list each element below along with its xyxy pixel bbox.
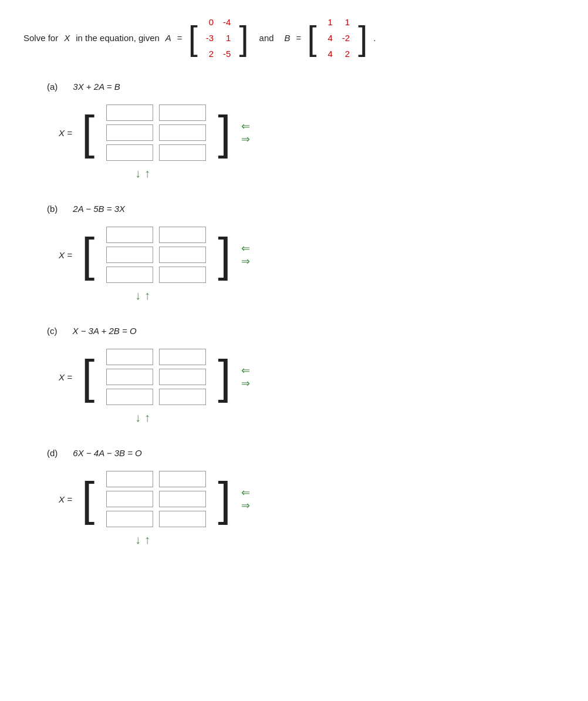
part-d-r0c1-input[interactable] bbox=[159, 471, 206, 487]
part-d-r2c0-input[interactable] bbox=[106, 511, 153, 527]
part-a-r1c1-input[interactable] bbox=[159, 124, 206, 141]
part-c-r1c0-input[interactable] bbox=[106, 369, 153, 385]
part-b-answer-row: X = [ ] ⇐ ⇒ bbox=[59, 223, 565, 287]
mb-r0c1: 1 bbox=[342, 14, 350, 30]
part-d-r0c0-input[interactable] bbox=[106, 471, 153, 487]
part-d-x-equals: X = bbox=[59, 494, 72, 504]
part-c-arrow-up[interactable]: ↑ bbox=[144, 411, 150, 424]
ma-r1c1: 1 bbox=[223, 30, 231, 46]
part-c-bottom-arrows: ↓ ↑ bbox=[135, 411, 565, 424]
part-b-bottom-arrows: ↓ ↑ bbox=[135, 289, 565, 302]
part-d-arrow-down[interactable]: ↓ bbox=[135, 533, 141, 547]
part-a-bottom-arrows: ↓ ↑ bbox=[135, 167, 565, 180]
part-d-side-arrows: ⇐ ⇒ bbox=[241, 487, 250, 511]
a-var: A bbox=[165, 33, 171, 43]
part-b-arrow-right[interactable]: ⇒ bbox=[241, 256, 250, 267]
matrix-a-bracket-left: [ bbox=[188, 21, 198, 55]
intro-text: Solve for bbox=[23, 33, 58, 43]
part-c-section: (c) X − 3A + 2B = O X = [ ] ⇐ ⇒ ↓ ↑ bbox=[23, 326, 565, 424]
part-c-arrow-right[interactable]: ⇒ bbox=[241, 378, 250, 389]
part-a-arrow-down[interactable]: ↓ bbox=[135, 167, 141, 180]
part-d-section: (d) 6X − 4A − 3B = O X = [ ] ⇐ ⇒ ↓ ↑ bbox=[23, 448, 565, 547]
part-c-arrow-down[interactable]: ↓ bbox=[135, 411, 141, 424]
part-c-x-equals: X = bbox=[59, 372, 72, 382]
part-a-bracket-right: ] bbox=[218, 113, 231, 153]
part-a-arrow-up[interactable]: ↑ bbox=[144, 167, 150, 180]
ma-r0c1: -4 bbox=[223, 14, 231, 30]
part-d-arrow-right[interactable]: ⇒ bbox=[241, 500, 250, 511]
mb-r2c0: 4 bbox=[325, 46, 333, 62]
part-b-label: (b) bbox=[47, 204, 58, 214]
part-c-equation: X − 3A + 2B = O bbox=[73, 326, 137, 336]
part-d-arrow-up[interactable]: ↑ bbox=[144, 533, 150, 547]
part-a-r0c1-input[interactable] bbox=[159, 105, 206, 121]
part-a-arrow-right[interactable]: ⇒ bbox=[241, 134, 250, 144]
part-b-r1c1-input[interactable] bbox=[159, 247, 206, 263]
part-a-r2c1-input[interactable] bbox=[159, 144, 206, 161]
part-a-r2c0-input[interactable] bbox=[106, 144, 153, 161]
mb-r0c0: 1 bbox=[325, 14, 333, 30]
part-d-label-row: (d) 6X − 4A − 3B = O bbox=[23, 448, 565, 458]
part-c-label-row: (c) X − 3A + 2B = O bbox=[23, 326, 565, 336]
part-a-input-grid bbox=[102, 101, 211, 164]
part-b-label-row: (b) 2A − 5B = 3X bbox=[23, 204, 565, 214]
part-b-arrow-up[interactable]: ↑ bbox=[144, 289, 150, 302]
b-var: B bbox=[285, 33, 290, 43]
part-b-r2c0-input[interactable] bbox=[106, 267, 153, 283]
part-c-label: (c) bbox=[47, 326, 58, 336]
part-a-r1c0-input[interactable] bbox=[106, 124, 153, 141]
part-d-input-grid bbox=[102, 467, 211, 531]
part-a-x-equals: X = bbox=[59, 128, 72, 138]
part-d-r2c1-input[interactable] bbox=[159, 511, 206, 527]
part-b-section: (b) 2A − 5B = 3X X = [ ] ⇐ ⇒ ↓ ↑ bbox=[23, 204, 565, 302]
x-var: X bbox=[64, 33, 70, 43]
matrix-a-bracket-right: ] bbox=[239, 21, 248, 55]
part-c-arrow-left[interactable]: ⇐ bbox=[241, 365, 250, 376]
matrix-b-bracket-right: ] bbox=[358, 21, 367, 55]
and-text: and bbox=[259, 33, 274, 43]
part-d-bracket-left: [ bbox=[82, 479, 94, 519]
part-b-r0c1-input[interactable] bbox=[159, 227, 206, 243]
part-a-arrow-left[interactable]: ⇐ bbox=[241, 121, 250, 132]
part-d-bracket-right: ] bbox=[218, 479, 231, 519]
part-a-side-arrows: ⇐ ⇒ bbox=[241, 121, 250, 144]
mb-r1c0: 4 bbox=[325, 30, 333, 46]
part-a-equation: 3X + 2A = B bbox=[73, 82, 120, 92]
part-c-r0c0-input[interactable] bbox=[106, 349, 153, 365]
part-d-arrow-left[interactable]: ⇐ bbox=[241, 487, 250, 498]
part-b-arrow-left[interactable]: ⇐ bbox=[241, 243, 250, 254]
part-b-r1c0-input[interactable] bbox=[106, 247, 153, 263]
part-c-input-grid bbox=[102, 345, 211, 409]
ma-r1c0: -3 bbox=[206, 30, 214, 46]
part-a-label-row: (a) 3X + 2A = B bbox=[23, 82, 565, 92]
part-d-equation: 6X − 4A − 3B = O bbox=[73, 448, 141, 458]
part-a-section: (a) 3X + 2A = B X = [ ] ⇐ ⇒ ↓ ↑ bbox=[23, 82, 565, 180]
middle-text: in the equation, given bbox=[76, 33, 160, 43]
matrix-b-bracket-left: [ bbox=[307, 21, 316, 55]
part-b-bracket-right: ] bbox=[218, 235, 231, 275]
part-b-x-equals: X = bbox=[59, 250, 72, 260]
part-c-r0c1-input[interactable] bbox=[159, 349, 206, 365]
part-a-r0c0-input[interactable] bbox=[106, 105, 153, 121]
part-d-r1c1-input[interactable] bbox=[159, 491, 206, 507]
part-d-r1c0-input[interactable] bbox=[106, 491, 153, 507]
equals-sign-2: = bbox=[296, 33, 302, 43]
ma-r2c1: -5 bbox=[223, 46, 231, 62]
ma-r0c0: 0 bbox=[206, 14, 214, 30]
matrix-b-values: 1 1 4 -2 4 2 bbox=[323, 12, 353, 64]
problem-header: Solve for X in the equation, given A = [… bbox=[23, 12, 565, 64]
part-d-label: (d) bbox=[47, 448, 58, 458]
part-c-bracket-right: ] bbox=[218, 357, 231, 397]
mb-r2c1: 2 bbox=[342, 46, 350, 62]
part-b-arrow-down[interactable]: ↓ bbox=[135, 289, 141, 302]
part-a-bracket-left: [ bbox=[82, 113, 94, 153]
part-c-r2c0-input[interactable] bbox=[106, 389, 153, 405]
part-b-input-grid bbox=[102, 223, 211, 287]
part-d-answer-row: X = [ ] ⇐ ⇒ bbox=[59, 467, 565, 531]
part-c-side-arrows: ⇐ ⇒ bbox=[241, 365, 250, 389]
part-b-r0c0-input[interactable] bbox=[106, 227, 153, 243]
part-b-r2c1-input[interactable] bbox=[159, 267, 206, 283]
part-c-r1c1-input[interactable] bbox=[159, 369, 206, 385]
part-b-equation: 2A − 5B = 3X bbox=[73, 204, 125, 214]
part-c-r2c1-input[interactable] bbox=[159, 389, 206, 405]
